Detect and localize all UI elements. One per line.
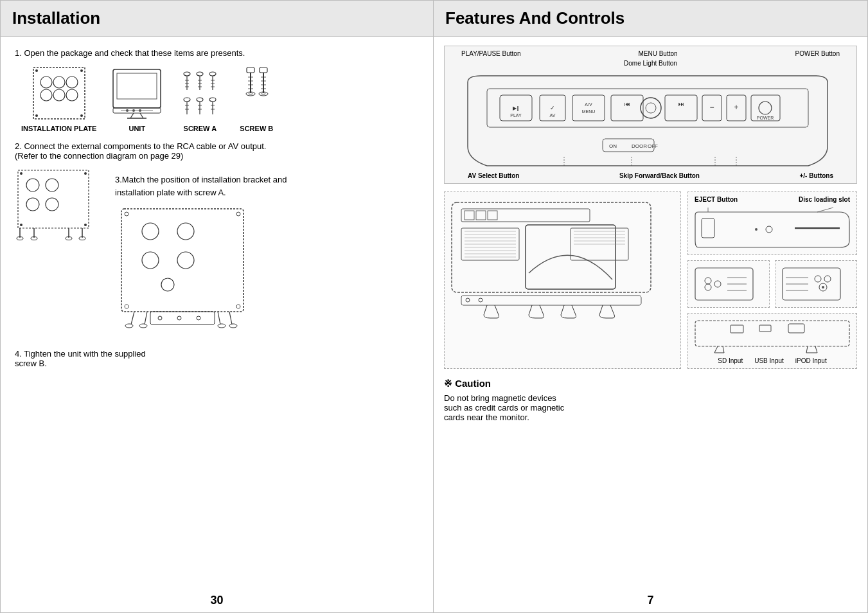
svg-text:PLAY: PLAY (510, 113, 522, 118)
svg-point-94 (197, 316, 200, 320)
svg-point-174 (824, 276, 831, 282)
svg-point-82 (142, 223, 159, 240)
right-side-icon (779, 265, 844, 303)
screw-b-item: SCREW B (234, 64, 279, 132)
controls-diagram-top: PLAY/PAUSE Button MENU Button POWER Butt… (444, 46, 857, 184)
svg-point-3 (66, 76, 78, 88)
svg-point-115 (641, 98, 661, 118)
svg-point-124 (759, 102, 772, 114)
svg-text:AV: AV (550, 113, 556, 118)
installation-plate-item: INSTALLATION PLATE (21, 64, 96, 132)
svg-rect-138 (488, 211, 497, 220)
items-row: INSTALLATION PLATE (21, 64, 419, 132)
step1-text: 1. Open the package and check that these… (15, 48, 419, 58)
ipod-input-label: iPOD Input (795, 357, 827, 364)
input-icon (692, 317, 853, 356)
step2-row: 3.Match the position of installation bra… (15, 167, 419, 344)
svg-point-83 (177, 223, 194, 240)
svg-rect-180 (695, 321, 849, 346)
svg-point-116 (646, 103, 656, 113)
installation-plate-icon (30, 64, 88, 122)
step4-text: 4. Tighten the unit with the supplied sc… (15, 349, 419, 368)
step2-plate-icon (15, 167, 105, 244)
svg-point-40 (197, 98, 203, 102)
bottom-diagrams-row: EJECT Button Disc loading slot (444, 191, 857, 369)
svg-rect-91 (150, 312, 215, 324)
svg-text:POWER: POWER (757, 116, 774, 120)
svg-point-86 (161, 278, 174, 291)
svg-point-87 (125, 212, 128, 216)
eject-labels-row: EJECT Button Disc loading slot (692, 196, 853, 203)
svg-point-4 (40, 89, 52, 101)
svg-point-89 (125, 305, 128, 308)
svg-rect-156 (461, 296, 641, 305)
svg-point-158 (479, 298, 483, 302)
av-select-label: AV Select Button (468, 172, 519, 179)
svg-line-101 (229, 312, 232, 324)
svg-point-96 (125, 324, 133, 328)
svg-point-90 (236, 305, 240, 308)
caution-section: ※ Caution Do not bring magnetic devices … (444, 378, 857, 422)
svg-line-99 (218, 312, 220, 324)
svg-text:+: + (734, 103, 738, 112)
svg-point-85 (177, 252, 194, 269)
svg-point-2 (53, 76, 65, 88)
screw-a-icon (177, 64, 222, 122)
features-title: Features And Controls (445, 8, 624, 28)
svg-point-166 (705, 278, 711, 284)
right-side-view (775, 260, 857, 308)
unit-label: UNIT (128, 125, 145, 132)
svg-point-9 (35, 114, 38, 117)
svg-text:−: − (709, 103, 714, 112)
svg-text:MENU: MENU (582, 109, 596, 114)
front-view-icon (448, 196, 654, 324)
svg-line-18 (130, 113, 134, 118)
features-panel: Features And Controls PLAY/PAUSE Button … (434, 0, 868, 613)
step3-icon (115, 202, 256, 344)
top-unit-diagram: ▶‖ PLAY ✓ AV A/V MENU ⏮ (448, 69, 847, 172)
svg-point-31 (209, 72, 216, 76)
screw-b-icon (234, 64, 279, 122)
dome-light-label: Dome Light Button (624, 60, 677, 67)
side-views-row (687, 260, 857, 308)
svg-point-26 (197, 72, 203, 76)
menu-label: MENU Button (638, 50, 677, 57)
step2-text: 2. Connect the external compoments to th… (15, 141, 419, 161)
power-label: POWER Button (795, 50, 840, 57)
svg-point-69 (20, 172, 22, 175)
screw-b-label: SCREW B (240, 125, 273, 132)
svg-point-6 (66, 89, 78, 101)
screw-a-item: SCREW A (177, 64, 222, 132)
svg-point-1 (40, 76, 52, 88)
left-side-icon (692, 265, 756, 303)
svg-point-161 (766, 226, 772, 233)
svg-rect-81 (121, 209, 244, 312)
svg-point-167 (705, 284, 711, 290)
caution-title: ※ Caution (444, 378, 857, 389)
eject-diagram: EJECT Button Disc loading slot (687, 191, 857, 255)
svg-point-71 (20, 224, 22, 226)
svg-rect-110 (572, 95, 605, 121)
svg-text:▶‖: ▶‖ (513, 105, 519, 111)
svg-point-16 (132, 109, 135, 112)
input-labels-row: SD Input USB Input iPOD Input (692, 357, 853, 364)
svg-point-72 (84, 224, 87, 226)
caution-label: Caution (455, 378, 491, 389)
svg-text:DOOR: DOOR (632, 143, 647, 149)
input-diagram: SD Input USB Input iPOD Input (687, 313, 857, 369)
installation-header: Installation (1, 1, 433, 37)
svg-point-68 (46, 198, 58, 211)
svg-rect-182 (759, 325, 771, 332)
svg-point-5 (53, 89, 65, 101)
installation-content: 1. Open the package and check that these… (1, 37, 433, 591)
svg-rect-48 (247, 67, 254, 73)
svg-point-66 (46, 179, 58, 191)
installation-title: Installation (12, 8, 100, 28)
svg-text:OFF: OFF (648, 143, 658, 149)
svg-rect-12 (117, 73, 157, 99)
sd-input-label: SD Input (718, 357, 743, 364)
svg-rect-117 (665, 95, 697, 121)
skip-label: Skip Forward/Back Button (619, 172, 700, 179)
front-view-diagram (444, 191, 681, 369)
play-pause-label: PLAY/PAUSE Button (461, 50, 520, 57)
